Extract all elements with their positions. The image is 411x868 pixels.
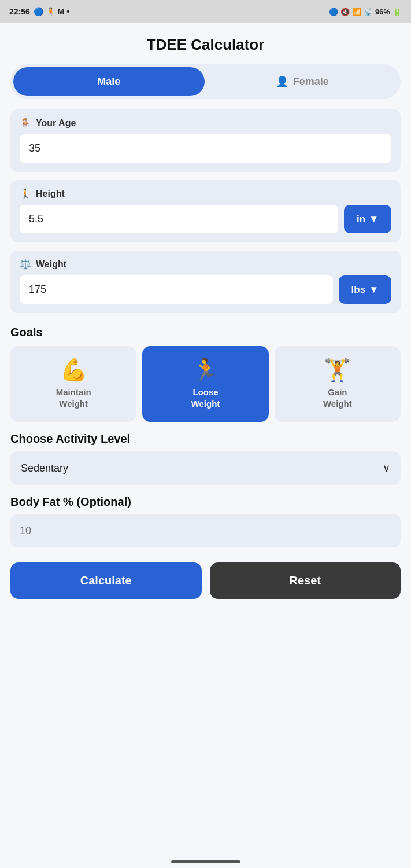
age-icon: 🪑 bbox=[20, 117, 31, 128]
height-unit-chevron: ▼ bbox=[369, 214, 379, 225]
height-input[interactable] bbox=[20, 205, 338, 233]
female-icon: 👤 bbox=[276, 75, 288, 88]
gain-icon: 🏋️ bbox=[324, 359, 351, 381]
weight-input-row: lbs ▼ bbox=[20, 275, 391, 304]
status-left: 22:56 🔵 🧍 M • bbox=[9, 7, 69, 16]
maintain-icon: 💪 bbox=[60, 359, 87, 381]
activity-label: Choose Activity Level bbox=[10, 432, 401, 446]
signal-icon: 📡 bbox=[364, 8, 373, 16]
height-section: 🚶 Height in ▼ bbox=[10, 180, 401, 242]
activity-chevron: ∨ bbox=[383, 462, 390, 475]
height-unit-button[interactable]: in ▼ bbox=[344, 205, 391, 233]
weight-section: ⚖️ Weight lbs ▼ bbox=[10, 251, 401, 313]
body-fat-label: Body Fat % (Optional) bbox=[10, 495, 401, 509]
gain-label: GainWeight bbox=[323, 387, 352, 409]
app-title: TDEE Calculator bbox=[10, 23, 401, 64]
weight-icon: ⚖️ bbox=[20, 259, 31, 270]
age-label: 🪑 Your Age bbox=[20, 117, 391, 128]
body-fat-input[interactable] bbox=[10, 514, 401, 547]
goals-grid: 💪 MaintainWeight 🏃 LooseWeight 🏋️ GainWe… bbox=[10, 346, 401, 422]
activity-dropdown[interactable]: Sedentary ∨ bbox=[10, 451, 401, 485]
goal-loose[interactable]: 🏃 LooseWeight bbox=[142, 346, 268, 422]
female-label: Female bbox=[293, 76, 329, 88]
activity-selected: Sedentary bbox=[21, 462, 68, 475]
calculate-button[interactable]: Calculate bbox=[10, 562, 202, 599]
weight-label: ⚖️ Weight bbox=[20, 259, 391, 270]
battery: 96% bbox=[375, 8, 390, 16]
maintain-label: MaintainWeight bbox=[56, 387, 91, 409]
loose-label: LooseWeight bbox=[191, 387, 220, 409]
home-indicator bbox=[0, 855, 411, 868]
loose-icon: 🏃 bbox=[192, 359, 219, 381]
female-button[interactable]: 👤 Female bbox=[207, 67, 398, 96]
goal-gain[interactable]: 🏋️ GainWeight bbox=[275, 346, 401, 422]
goals-label: Goals bbox=[10, 326, 401, 339]
height-icon: 🚶 bbox=[20, 188, 31, 199]
bluetooth-icon: 🔵 bbox=[329, 8, 338, 16]
weight-unit-chevron: ▼ bbox=[369, 284, 379, 296]
weight-unit-label: lbs bbox=[351, 284, 366, 296]
reset-button[interactable]: Reset bbox=[210, 562, 401, 599]
battery-icon: 🔋 bbox=[393, 8, 402, 16]
time: 22:56 bbox=[9, 7, 30, 16]
weight-unit-button[interactable]: lbs ▼ bbox=[339, 275, 391, 304]
height-unit-label: in bbox=[357, 214, 365, 225]
height-input-row: in ▼ bbox=[20, 205, 391, 233]
height-label: 🚶 Height bbox=[20, 188, 391, 199]
wifi-icon: 📶 bbox=[352, 8, 361, 16]
action-row: Calculate Reset bbox=[10, 562, 401, 599]
app-container: TDEE Calculator Male 👤 Female 🪑 Your Age… bbox=[0, 23, 411, 855]
status-right: 🔵 🔇 📶 📡 96% 🔋 bbox=[329, 8, 402, 16]
weight-input[interactable] bbox=[20, 275, 333, 304]
home-bar bbox=[171, 860, 240, 863]
gender-toggle: Male 👤 Female bbox=[10, 64, 401, 99]
status-bar: 22:56 🔵 🧍 M • 🔵 🔇 📶 📡 96% 🔋 bbox=[0, 0, 411, 23]
status-icons: 🔵 🧍 M • bbox=[34, 7, 69, 16]
age-section: 🪑 Your Age bbox=[10, 109, 401, 172]
goal-maintain[interactable]: 💪 MaintainWeight bbox=[10, 346, 136, 422]
male-button[interactable]: Male bbox=[13, 67, 205, 96]
mute-icon: 🔇 bbox=[340, 8, 350, 16]
age-input[interactable] bbox=[20, 134, 391, 163]
